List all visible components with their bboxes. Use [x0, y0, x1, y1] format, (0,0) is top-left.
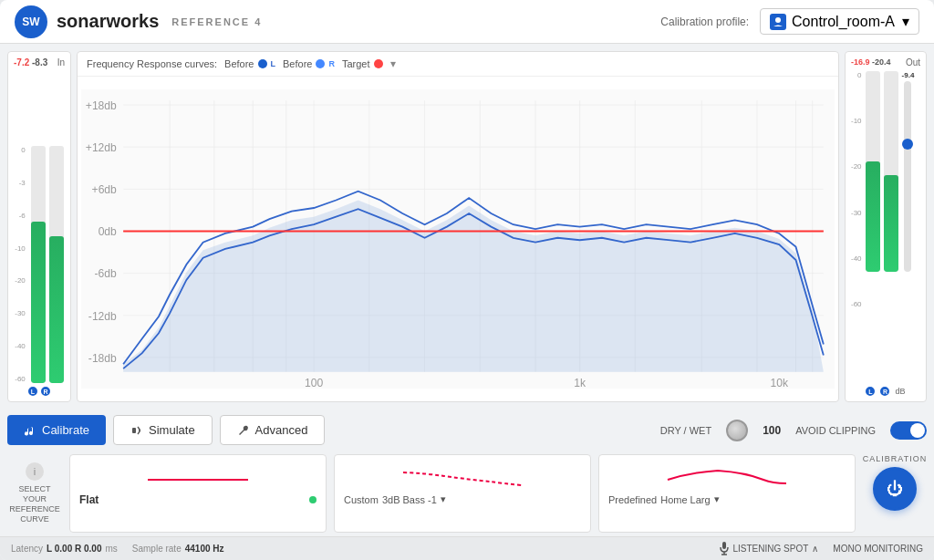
vu-right-dot-L: L [866, 387, 875, 396]
brand-name: sonarworks [57, 11, 159, 32]
chart-dropdown-arrow[interactable]: ▾ [390, 57, 396, 70]
chart-header-label: Frequency Response curves: [87, 58, 217, 69]
legend-target-dot [374, 59, 383, 68]
vu-right-scale: 0 -10 -20 -30 -40 -60 [851, 71, 862, 308]
custom-curve-card: Custom 3dB Bass -1 ▾ [334, 454, 591, 533]
legend-target-text: Target [342, 58, 370, 69]
slider-thumb[interactable] [902, 139, 913, 150]
vu-right-bar-L [866, 71, 880, 272]
vu-right-values: -16.9 -20.4 [851, 57, 891, 67]
avoid-clipping-toggle[interactable] [890, 421, 927, 440]
sample-rate-label: Sample rate [132, 544, 182, 554]
ref-curve-section: i SELECT YOUR REFERENCE CURVE [7, 454, 62, 533]
flat-curve-active-dot [309, 496, 317, 503]
vu-left-dots: L R [14, 387, 65, 396]
flat-card-bottom: Flat [79, 493, 317, 506]
svg-rect-37 [722, 542, 726, 549]
calibrate-label: Calibrate [42, 423, 89, 437]
calibration-section: CALIBRATION ⏻ [863, 454, 927, 533]
svg-text:+12db: +12db [86, 141, 117, 154]
speaker-icon [130, 424, 143, 437]
custom-curve-selector[interactable]: Custom 3dB Bass -1 ▾ [344, 493, 446, 505]
flat-curve-preview [79, 462, 317, 490]
vu-right-fill-R [884, 175, 898, 272]
predefined-card-bottom: Predefined Home Larg ▾ [608, 493, 846, 505]
custom-curve-preview [344, 462, 581, 490]
predefined-prefix: Predefined [608, 494, 657, 505]
output-slider[interactable] [904, 81, 911, 272]
vu-fill-R [49, 236, 64, 383]
legend-R-letter: R [328, 59, 335, 68]
logo: SW [15, 5, 47, 38]
vu-dot-R: R [41, 387, 50, 396]
cal-profile-name: Control_room-A [792, 14, 895, 30]
svg-rect-35 [132, 428, 136, 433]
vu-left-r-value: -8.3 [32, 57, 47, 67]
svg-text:-6db: -6db [95, 268, 118, 281]
toolbar-row: Calibrate Simulate Advanced DRY / WET 10… [7, 410, 927, 451]
latency-label: Latency [11, 544, 43, 554]
lower-panel: i SELECT YOUR REFERENCE CURVE Flat [0, 454, 934, 536]
svg-text:0db: 0db [99, 225, 117, 238]
custom-card-bottom: Custom 3dB Bass -1 ▾ [344, 493, 581, 505]
ref-curve-label: SELECT YOUR REFERENCE CURVE [7, 484, 62, 524]
custom-arrow[interactable]: ▾ [441, 493, 446, 505]
app-container: SW sonarworks REFERENCE 4 Calibration pr… [0, 0, 934, 560]
cal-profile-inner: Control_room-A [770, 14, 895, 30]
mono-monitoring-button[interactable]: MONO MONITORING [833, 544, 923, 554]
latency-status: Latency L 0.00 R 0.00 ms [11, 544, 118, 554]
brand-sub: REFERENCE 4 [171, 16, 262, 27]
svg-text:-18db: -18db [88, 352, 117, 365]
profile-icon [770, 14, 786, 30]
frequency-chart: +18db +12db +6db 0db -6db -12db -18db [81, 80, 835, 398]
chart-area: Frequency Response curves: Before L Befo… [77, 51, 839, 402]
predefined-curve-preview [608, 462, 846, 490]
legend-before-L-text: Before [224, 58, 254, 69]
vu-right-dot-R: R [880, 387, 889, 396]
legend-target: Target [342, 58, 383, 69]
calibration-label: CALIBRATION [863, 454, 927, 463]
header-left: SW sonarworks REFERENCE 4 [15, 5, 262, 38]
listening-spot-button[interactable]: LISTENING SPOT ∧ [719, 542, 819, 556]
chart-header: Frequency Response curves: Before L Befo… [78, 52, 838, 77]
cal-profile-dropdown-arrow: ▾ [902, 13, 909, 30]
output-slider-container: -9.4 [902, 71, 915, 272]
calibrate-button[interactable]: Calibrate [7, 415, 106, 445]
vu-right-dots: L R dB [851, 387, 920, 396]
svg-text:+6db: +6db [92, 183, 118, 196]
dry-wet-knob[interactable] [726, 420, 748, 441]
avoid-clipping-label: AVOID CLIPPING [795, 425, 876, 436]
toolbar-right: DRY / WET 100 AVOID CLIPPING [660, 420, 927, 441]
toggle-knob [910, 423, 925, 438]
vu-right-l-value: -16.9 [851, 57, 870, 67]
legend-before-R-text: Before [283, 58, 312, 69]
predefined-arrow[interactable]: ▾ [714, 493, 720, 505]
predefined-value: Home Larg [660, 494, 710, 505]
wrench-icon [237, 424, 250, 437]
custom-value: 3dB Bass -1 [382, 494, 437, 505]
vu-right-content: 0 -10 -20 -30 -40 -60 -9.4 [851, 71, 920, 383]
vu-left-label: In [57, 57, 65, 67]
ref-curve-info-icon[interactable]: i [26, 462, 44, 481]
simulate-label: Simulate [149, 423, 195, 437]
cal-profile-dropdown[interactable]: Control_room-A ▾ [760, 8, 919, 35]
legend-before-L: Before L [224, 58, 275, 69]
vu-left-meters: 0 -3 -6 -10 -20 -30 -40 -60 [14, 71, 65, 383]
svg-text:1k: 1k [574, 377, 586, 389]
status-bar: Latency L 0.00 R 0.00 ms Sample rate 441… [0, 536, 934, 560]
advanced-label: Advanced [255, 423, 308, 437]
vu-right-panel: -16.9 -20.4 Out 0 -10 -20 -30 -40 -60 [845, 51, 927, 402]
sample-rate-value: 44100 Hz [185, 544, 224, 554]
simulate-button[interactable]: Simulate [113, 415, 213, 445]
advanced-button[interactable]: Advanced [220, 415, 326, 445]
legend-L-dot [258, 59, 267, 68]
cal-profile-label: Calibration profile: [660, 16, 749, 28]
power-button[interactable]: ⏻ [873, 467, 917, 511]
latency-value: L 0.00 R 0.00 [47, 544, 101, 554]
predefined-curve-selector[interactable]: Predefined Home Larg ▾ [608, 493, 720, 505]
flat-curve-svg [143, 463, 253, 489]
vu-bar-R [49, 146, 64, 383]
listening-spot-label: LISTENING SPOT [733, 544, 809, 554]
svg-text:+18db: +18db [86, 99, 117, 112]
vu-left-l-value: -7.2 [14, 57, 29, 67]
